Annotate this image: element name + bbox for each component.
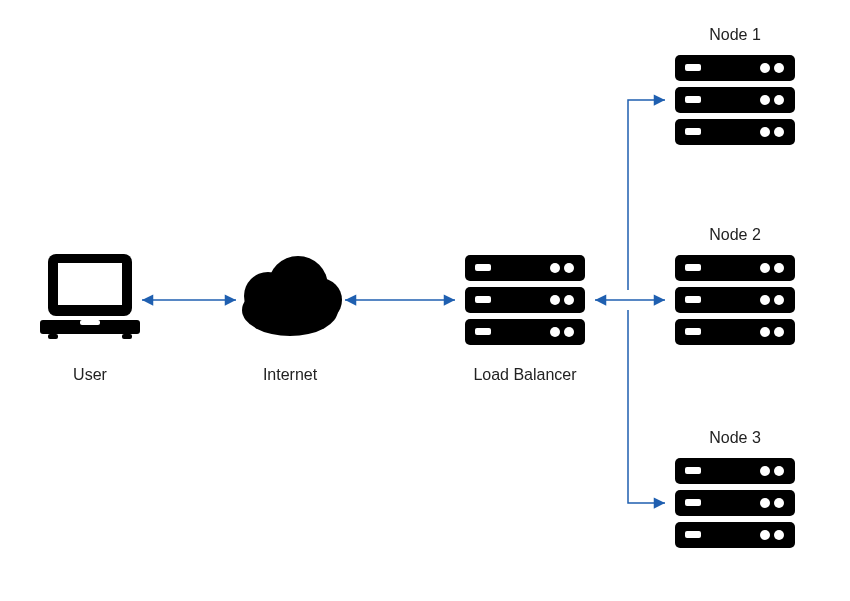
svg-point-14 [298,278,342,322]
laptop-icon [40,254,140,339]
internet-group: Internet [242,256,342,383]
arrow-lb-node1 [628,100,665,290]
arrow-lb-node3 [628,310,665,503]
svg-rect-10 [122,334,132,339]
svg-rect-8 [80,320,100,325]
load-balancer-group: Load Balancer [465,255,585,383]
node2-label: Node 2 [709,226,761,243]
user-group: User [40,254,140,383]
node3-label: Node 3 [709,429,761,446]
internet-label: Internet [263,366,318,383]
server-stack-icon [675,55,795,145]
user-label: User [73,366,107,383]
node2-group: Node 2 [675,226,795,345]
svg-rect-9 [48,334,58,339]
server-stack-icon [675,255,795,345]
cloud-icon [242,256,342,336]
svg-rect-5 [58,263,122,305]
connections-layer [142,100,665,503]
node1-label: Node 1 [709,26,761,43]
svg-rect-6 [48,316,132,320]
node1-group: Node 1 [675,26,795,145]
load-balancer-label: Load Balancer [473,366,577,383]
server-stack-icon [675,458,795,548]
architecture-diagram: User Internet Load Balancer Node 1 Node … [0,0,850,601]
node3-group: Node 3 [675,429,795,548]
server-stack-icon [465,255,585,345]
